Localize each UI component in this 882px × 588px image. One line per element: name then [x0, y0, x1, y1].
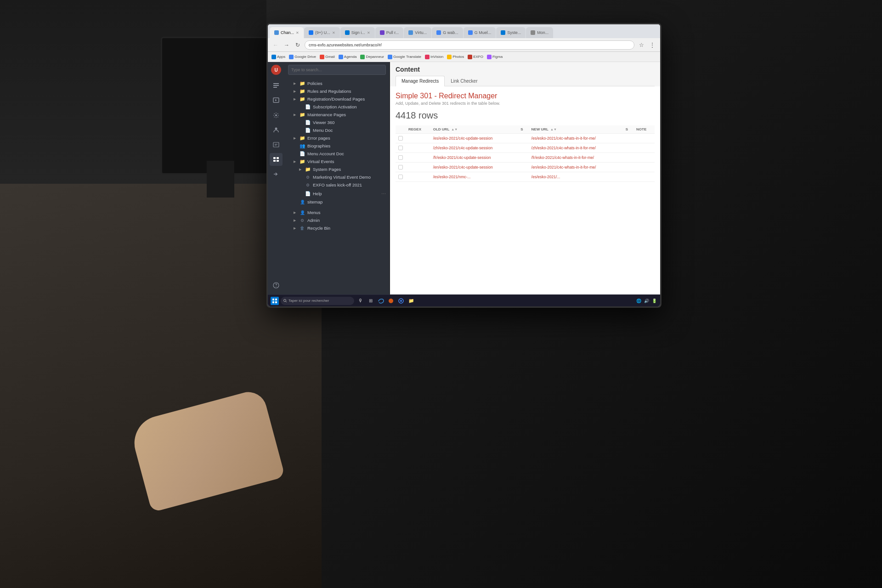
taskbar-firefox[interactable] — [386, 296, 396, 305]
folder-icon-systempages: 📁 — [305, 167, 311, 172]
table-row[interactable]: /zh/esko-2021/c4c-update-session /zh/esk… — [396, 143, 655, 153]
sidebar-icon-settings[interactable] — [270, 109, 283, 122]
cms-logo[interactable]: U — [271, 65, 281, 75]
sidebar-icon-content[interactable] — [270, 79, 283, 92]
tree-item-subscription[interactable]: ▶ 📄 Subscription Activation — [284, 103, 390, 111]
tab-manage-redirects[interactable]: Manage Redirects — [396, 76, 445, 86]
tree-item-sitemap[interactable]: ▶ 👤 sitemap — [284, 198, 390, 206]
table-row[interactable]: /es/esko-2021/c4c-update-session /es/esk… — [396, 134, 655, 143]
taskbar-chrome[interactable] — [396, 296, 406, 305]
tree-item-dots[interactable]: ··· — [381, 190, 386, 197]
browser-tab-4[interactable]: Virtu... — [404, 27, 431, 38]
bookmark-apps[interactable]: Apps — [271, 55, 285, 59]
sidebar-icon-forms[interactable] — [270, 138, 283, 151]
bookmark-button[interactable]: ☆ — [637, 41, 645, 49]
forward-button[interactable]: → — [283, 41, 291, 49]
tree-item-admin[interactable]: ▶ ⚙ Admin — [284, 216, 390, 224]
browser-tab-5[interactable]: G wab... — [432, 27, 463, 38]
sidebar-icon-help[interactable] — [270, 279, 283, 292]
sidebar-icon-redirects[interactable] — [270, 153, 283, 166]
tree-item-menuaccountdoc[interactable]: ▶ 📄 Menu Account Doc — [284, 150, 390, 158]
browser-tab-2[interactable]: Sign i... ✕ — [340, 27, 375, 38]
laptop: Chan... ✕ (9+) U... ✕ Sign i... ✕ Pull r… — [266, 23, 662, 308]
tree-item-error[interactable]: ▶ 📁 Error pages — [284, 134, 390, 142]
address-bar[interactable]: cms-exfo.azurewebsites.net/umbraco/#/ — [305, 40, 634, 50]
row-old-url-1[interactable]: /es/esko-2021/c4c-update-session — [430, 134, 518, 143]
sidebar-icon-arrow[interactable] — [270, 168, 283, 181]
table-row[interactable]: /es/esko-2021/nmc-... /es/esko-2021/... — [396, 172, 655, 182]
row-checkbox-1[interactable] — [396, 134, 406, 143]
browser-tab-1[interactable]: (9+) U... ✕ — [304, 27, 340, 38]
taskbar-explorer[interactable]: 📁 — [407, 296, 416, 305]
row-checkbox-3[interactable] — [396, 153, 406, 163]
taskbar-items: 🎙 ⊞ 📁 — [356, 296, 416, 305]
col-regex[interactable]: REGEX — [406, 125, 430, 134]
tree-item-viewer360[interactable]: ▶ 📄 Viewer 360 — [284, 119, 390, 126]
menu-button[interactable]: ⋮ — [648, 41, 656, 49]
back-button[interactable]: ← — [271, 41, 280, 49]
row-old-url-3[interactable]: /fr/esko-2021/c4c-update-session — [430, 153, 518, 163]
sidebar-icon-users[interactable] — [270, 124, 283, 136]
sidebar-icon-media[interactable] — [270, 94, 283, 107]
tree-item-marketing-event[interactable]: ▶ ⚙ Marketing Virtual Event Demo — [284, 173, 390, 181]
row-new-url-2[interactable]: /zh/esko-2021/c4c-whats-in-it-for-me/ — [529, 143, 623, 153]
bookmark-invision[interactable]: InVision — [425, 55, 443, 59]
table-row[interactable]: /en/esko-2021/c4c-update-session /en/esk… — [396, 163, 655, 172]
tab-close-icon[interactable]: ✕ — [296, 31, 299, 35]
browser-tab-3[interactable]: Pull r... — [375, 27, 404, 38]
bookmark-agenda[interactable]: Agenda — [339, 55, 357, 59]
browser-tab-6[interactable]: G Muel... — [464, 27, 496, 38]
browser-tab-8[interactable]: Mon... — [526, 27, 553, 38]
taskbar-search[interactable]: Taper ici pour rechercher — [281, 297, 354, 305]
col-old-url[interactable]: OLD URL ▲▼ — [430, 125, 518, 134]
tree-item-registration[interactable]: ▶ 📁 Registration/Download Pages — [284, 95, 390, 103]
tree-item-menudoc[interactable]: ▶ 📄 Menu Doc — [284, 126, 390, 134]
bookmark-translate[interactable]: Google Translate — [388, 55, 421, 59]
tray-sound-icon[interactable]: 🔊 — [643, 298, 650, 304]
tree-item-maintenance[interactable]: ▶ 📁 Maintenance Pages — [284, 111, 390, 119]
browser-tab-7[interactable]: Syste... — [496, 27, 526, 38]
tree-item-rules[interactable]: ▶ 📁 Rules and Regulations — [284, 87, 390, 95]
tray-network-icon[interactable]: 🌐 — [635, 298, 642, 304]
col-new-url[interactable]: NEW URL ▲▼ — [529, 125, 623, 134]
windows-taskbar: Taper ici pour rechercher 🎙 ⊞ 📁 — [268, 294, 660, 306]
tab-link-checker[interactable]: Link Checker — [445, 76, 483, 86]
search-input[interactable] — [288, 65, 386, 75]
bookmark-apps-label: Apps — [277, 55, 285, 59]
table-row[interactable]: /fr/esko-2021/c4c-update-session /fr/esk… — [396, 153, 655, 163]
tree-item-recyclebin[interactable]: ▶ 🗑 Recycle Bin — [284, 224, 390, 232]
taskbar-cortana[interactable]: 🎙 — [356, 296, 365, 305]
start-button[interactable] — [271, 297, 279, 305]
bookmark-photos[interactable]: Photos — [447, 55, 464, 59]
row-new-url-4[interactable]: /en/esko-2021/c4c-whats-in-it-for-me/ — [529, 163, 623, 172]
arrow-icon-maintenance: ▶ — [294, 113, 297, 117]
row-old-url-2[interactable]: /zh/esko-2021/c4c-update-session — [430, 143, 518, 153]
browser-tab-active[interactable]: Chan... ✕ — [270, 27, 304, 38]
bookmark-figma[interactable]: Figma — [487, 55, 503, 59]
row-checkbox-4[interactable] — [396, 163, 406, 172]
tree-item-policies[interactable]: ▶ 📁 Policies — [284, 79, 390, 87]
bookmark-gmail[interactable]: Gmail — [320, 55, 335, 59]
tree-item-biographies[interactable]: ▶ 👥 Biographies — [284, 142, 390, 150]
tree-item-menus[interactable]: ▶ 👤 Menus — [284, 209, 390, 216]
row-old-url-5[interactable]: /es/esko-2021/nmc-... — [430, 172, 518, 182]
taskbar-task-view[interactable]: ⊞ — [366, 296, 375, 305]
bookmark-depanneur[interactable]: Depanneur — [360, 55, 384, 59]
row-checkbox-5[interactable] — [396, 172, 406, 182]
bookmark-exfo[interactable]: EXFO — [468, 55, 483, 59]
taskbar-edge[interactable] — [376, 296, 385, 305]
tree-item-help[interactable]: ▶ 📄 Help ··· — [284, 189, 390, 198]
tree-item-virtualevents[interactable]: ▶ 📁 Virtual Events — [284, 158, 390, 165]
row-new-url-1[interactable]: /es/esko-2021/c4c-whats-in-it-for-me/ — [529, 134, 623, 143]
row-new-url-3[interactable]: /fr/esko-2021/c4c-whats-in-it-for-me/ — [529, 153, 623, 163]
tree-item-systempages[interactable]: ▶ 📁 System Pages — [284, 165, 390, 173]
tab-close-2[interactable]: ✕ — [367, 31, 370, 35]
row-checkbox-2[interactable] — [396, 143, 406, 153]
tab-close-1[interactable]: ✕ — [332, 31, 335, 35]
bookmark-drive[interactable]: Google Drive — [289, 55, 316, 59]
tray-battery-icon[interactable]: 🔋 — [651, 298, 657, 304]
row-old-url-4[interactable]: /en/esko-2021/c4c-update-session — [430, 163, 518, 172]
row-new-url-5[interactable]: /es/esko-2021/... — [529, 172, 623, 182]
tree-item-exfo-kickoff[interactable]: ▶ ⚙ EXFO sales kick-off 2021 — [284, 181, 390, 189]
reload-button[interactable]: ↻ — [294, 41, 302, 49]
